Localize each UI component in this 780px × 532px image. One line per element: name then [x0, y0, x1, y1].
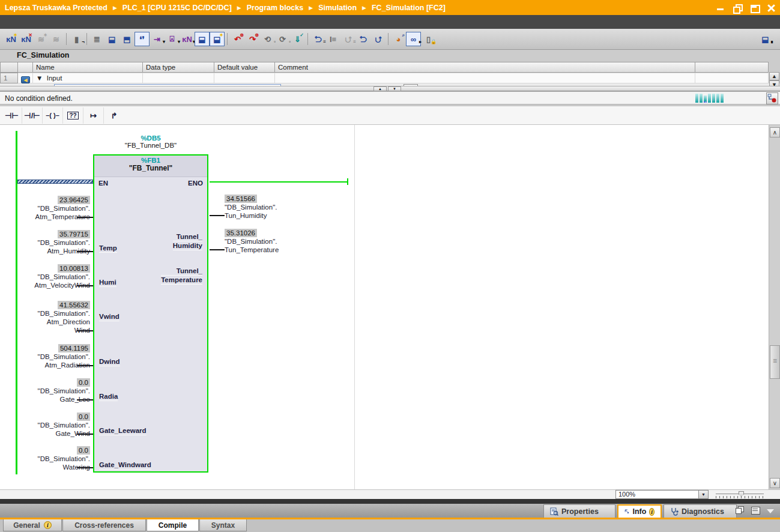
row-number: 1 [0, 73, 18, 83]
scroll-down-icon[interactable]: ∨ [770, 478, 780, 488]
table-row[interactable]: 1 ◀ ▼ Input [0, 73, 780, 83]
float-pane-icon[interactable] [736, 506, 744, 514]
en-wire[interactable] [17, 180, 93, 184]
close-icon[interactable] [767, 4, 775, 12]
title-bar: Lepsza Truskawka Protected ▶ PLC_1 [CPU … [0, 0, 780, 15]
favorites-view-icon[interactable]: ⬓ [195, 32, 210, 46]
navigate-forward-icon[interactable]: ⮍ [370, 32, 385, 46]
window-menu-icon[interactable] [750, 4, 758, 12]
pin-tunnel-humidity[interactable]: Tunnel_Humidity [173, 232, 202, 250]
pane-list-icon[interactable] [751, 506, 760, 514]
pin-vwind[interactable]: Vwind [99, 312, 119, 321]
coil-icon[interactable]: –( )– [43, 107, 63, 124]
zoom-dropdown-icon[interactable]: ▼ [698, 491, 708, 498]
operand-atm-temperature[interactable]: 23.96425 "DB_Simulation". Atm_Temperatur… [16, 196, 90, 221]
keep-actual-values-icon[interactable]: ≋ [49, 32, 64, 46]
eno-wire[interactable] [210, 181, 348, 183]
contact-closed-icon[interactable]: ⊣/⊢ [22, 107, 43, 124]
open-branch-icon[interactable]: ↦ [83, 107, 104, 124]
operand-gate-lee[interactable]: 0.0 "DB_Simulation". Gate_Lee [16, 378, 90, 404]
operand-atm-velocitywind[interactable]: 10.00813 "DB_Simulation". Atm_VelocityWi… [16, 264, 90, 289]
data-protection-icon[interactable]: ▯🔒 [421, 32, 436, 46]
align-icon[interactable]: ≣ [89, 32, 104, 46]
subtab-cross-references[interactable]: Cross-references [62, 519, 146, 531]
splitter-up-icon[interactable]: ▲ [373, 86, 387, 91]
snapshot-icon[interactable]: ▮¬ [69, 32, 84, 46]
db-name[interactable]: "FB_Tunnel_DB" [93, 142, 208, 149]
tab-properties[interactable]: Properties [543, 504, 615, 518]
breadcrumb-arrow-icon: ▶ [362, 5, 366, 11]
operand-tun-temperature[interactable]: 35.31026 "DB_Simulation". Tun_Temperatur… [225, 229, 315, 254]
pin-radia[interactable]: Radia [99, 392, 118, 401]
operand-gate-wind[interactable]: 0.0 "DB_Simulation". Gate_Wind [16, 413, 90, 438]
network-editor[interactable]: %DB5 "FB_Tunnel_DB" %FB1 "FB_Tunnel" EN … [0, 125, 780, 489]
restore-icon[interactable] [733, 4, 742, 12]
pane-splitter[interactable]: ▲ ▼ [0, 86, 780, 91]
collapse-networks-icon[interactable]: ⬒ [119, 32, 135, 46]
update-block-calls-icon[interactable]: ⟲▫ [260, 32, 275, 46]
tab-diagnostics[interactable]: Diagnostics [664, 504, 737, 518]
reset-start-values-icon[interactable]: ≋✶ [34, 32, 49, 46]
column-comment[interactable]: Comment [275, 62, 695, 73]
scroll-thumb[interactable] [770, 345, 780, 379]
column-name[interactable]: Name [33, 62, 143, 73]
pin-gate-leeward[interactable]: Gate_Leeward [99, 426, 147, 435]
breadcrumb-plc[interactable]: PLC_1 [CPU 1215C DC/DC/DC] [122, 4, 232, 12]
fb-tunnel-block[interactable]: %FB1 "FB_Tunnel" EN ENO Temp Humi Vwind … [93, 154, 208, 473]
pin-tunnel-temperature[interactable]: Tunnel_Temperature [161, 267, 202, 285]
operand-atm-radiation[interactable]: 504.1195 "DB_Simulation". Atm_Radiation [16, 344, 90, 369]
instance-db-call[interactable]: %DB5 "FB_Tunnel_DB" [93, 135, 208, 149]
pin-temp[interactable]: Temp [99, 244, 117, 253]
absolute-operands-icon[interactable]: ⇥▾ [150, 32, 165, 46]
goto-previous-usage-icon[interactable]: ⮌≡ [310, 32, 325, 46]
operand-watering[interactable]: 0.0 "DB_Simulation". Watering [16, 446, 90, 471]
network-comments-icon[interactable]: ❛❜ [135, 32, 150, 46]
pin-dwind[interactable]: Dwind [99, 357, 120, 366]
zoom-slider[interactable] [716, 491, 764, 498]
column-data-type[interactable]: Data type [143, 62, 214, 73]
breadcrumb-project[interactable]: Lepsza Truskawka Protected [5, 4, 107, 12]
insert-network-icon[interactable]: ĸN✶ [4, 32, 19, 46]
editor-scrollbar[interactable]: ∧ ∨ [769, 125, 780, 489]
favorites-edit-icon[interactable]: ⬓✶ [210, 32, 225, 46]
empty-box-icon[interactable]: ?? [63, 107, 83, 124]
previous-error-icon[interactable]: ↶⊗ [230, 32, 245, 46]
expander-icon[interactable]: ▼ [36, 74, 43, 82]
symbolic-operands-icon[interactable]: ĸN▾ [180, 32, 195, 46]
breadcrumb-fc-simulation[interactable]: FC_Simulation [FC2] [372, 4, 446, 12]
pin-gate-windward[interactable]: Gate_Windward [99, 461, 151, 470]
download-snapshot-icon[interactable]: ⟳▫ [275, 32, 290, 46]
monitoring-glasses-icon[interactable]: ∞▸ [406, 32, 421, 46]
block-header[interactable]: %FB1 "FB_Tunnel" [94, 156, 207, 177]
pin-humi[interactable]: Humi [99, 278, 116, 287]
operand-atm-humidity[interactable]: 35.79715 "DB_Simulation". Atm_Humidity [16, 230, 90, 255]
navigate-back-icon[interactable]: ⮌ [355, 32, 370, 46]
subtab-general[interactable]: General i [3, 519, 62, 531]
next-error-icon[interactable]: ↷⊗ [245, 32, 260, 46]
consistency-check-icon[interactable]: ⇓✓ [290, 32, 305, 46]
operand-comments-icon[interactable]: ⍓▾ [165, 32, 180, 46]
splitter-down-icon[interactable]: ▼ [388, 86, 401, 91]
breadcrumb-program-blocks[interactable]: Program blocks [247, 4, 303, 12]
goto-next-usage-icon[interactable]: ⮍≡ [340, 32, 355, 46]
operand-tun-humidity[interactable]: 34.51566 "DB_Simulation". Tun_Humidity [225, 195, 315, 220]
close-branch-icon[interactable]: ↱ [104, 107, 124, 124]
trigger-settings-icon[interactable] [766, 92, 778, 104]
column-default-value[interactable]: Default value [214, 62, 275, 73]
subtab-compile[interactable]: Compile [147, 519, 199, 531]
goto-definition-icon[interactable]: I≡ [325, 32, 340, 46]
split-editor-icon[interactable]: ⬓∎ [758, 32, 773, 46]
breadcrumb-simulation[interactable]: Simulation [318, 4, 357, 12]
tab-info[interactable]: Info i [617, 504, 662, 518]
contact-open-icon[interactable]: ⊣⊢ [2, 107, 22, 124]
operand-atm-directionwind[interactable]: 41.55632 "DB_Simulation". Atm_Direction … [16, 301, 90, 334]
table-scroll-up-icon[interactable]: ▲ [769, 72, 779, 80]
expand-networks-icon[interactable]: ⬓ [104, 32, 119, 46]
delete-network-icon[interactable]: ĸN✕ [19, 32, 34, 46]
subtab-syntax[interactable]: Syntax [199, 519, 247, 531]
zoom-select[interactable]: 100% ▼ [615, 490, 709, 499]
minimize-icon[interactable] [716, 4, 725, 12]
call-environment-icon[interactable]: ◕⌕ [391, 32, 406, 46]
scroll-up-icon[interactable]: ∧ [770, 127, 780, 138]
collapse-pane-icon[interactable] [767, 509, 774, 513]
